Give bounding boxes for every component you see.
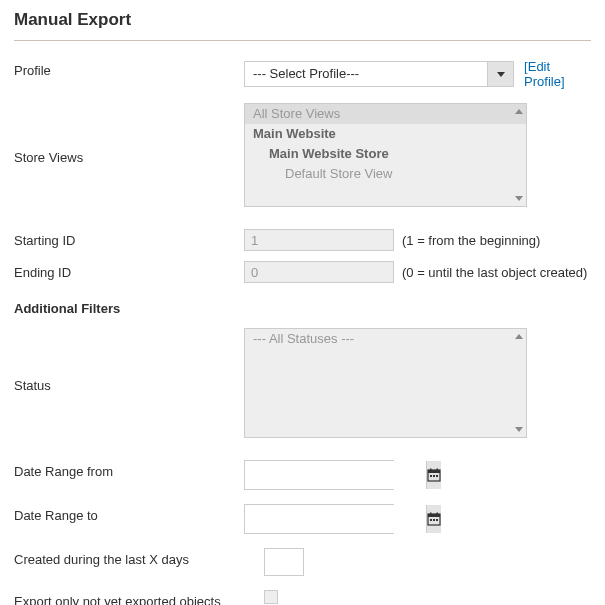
status-multiselect[interactable]: --- All Statuses --- xyxy=(244,328,527,438)
last-x-days-input[interactable] xyxy=(264,548,304,576)
ending-id-hint: (0 = until the last object created) xyxy=(402,265,587,280)
status-label: Status xyxy=(14,374,244,393)
scroll-up-icon[interactable] xyxy=(515,109,523,114)
divider xyxy=(14,40,591,41)
svg-rect-13 xyxy=(436,519,438,521)
svg-rect-1 xyxy=(428,470,440,473)
svg-rect-2 xyxy=(430,469,432,472)
not-exported-label: Export only not yet exported objects xyxy=(14,590,264,605)
starting-id-input[interactable] xyxy=(244,229,394,251)
profile-select[interactable]: --- Select Profile--- xyxy=(244,61,514,87)
svg-rect-10 xyxy=(437,513,439,516)
multiselect-option[interactable]: --- All Statuses --- xyxy=(245,329,526,349)
svg-rect-4 xyxy=(430,475,432,477)
starting-id-label: Starting ID xyxy=(14,229,244,248)
svg-rect-9 xyxy=(430,513,432,516)
chevron-down-icon xyxy=(497,72,505,77)
edit-profile-link[interactable]: [Edit Profile] xyxy=(524,59,591,89)
scroll-down-icon[interactable] xyxy=(515,427,523,432)
multiselect-option[interactable]: All Store Views xyxy=(245,104,526,124)
profile-select-button[interactable] xyxy=(488,61,514,87)
date-from-label: Date Range from xyxy=(14,460,244,479)
svg-rect-5 xyxy=(433,475,435,477)
multiselect-option[interactable]: Default Store View xyxy=(245,164,526,184)
svg-rect-8 xyxy=(428,514,440,517)
scroll-up-icon[interactable] xyxy=(515,334,523,339)
calendar-icon xyxy=(427,468,441,482)
store-views-label: Store Views xyxy=(14,146,244,165)
scroll-down-icon[interactable] xyxy=(515,196,523,201)
not-exported-checkbox[interactable] xyxy=(264,590,278,604)
date-to-label: Date Range to xyxy=(14,504,244,523)
svg-rect-12 xyxy=(433,519,435,521)
starting-id-hint: (1 = from the beginning) xyxy=(402,233,540,248)
additional-filters-title: Additional Filters xyxy=(14,301,591,316)
svg-rect-6 xyxy=(436,475,438,477)
profile-label: Profile xyxy=(14,59,244,78)
date-from-input[interactable] xyxy=(245,461,426,489)
ending-id-label: Ending ID xyxy=(14,261,244,280)
multiselect-option[interactable]: Main Website Store xyxy=(245,144,526,164)
store-views-multiselect[interactable]: All Store ViewsMain WebsiteMain Website … xyxy=(244,103,527,207)
svg-rect-3 xyxy=(437,469,439,472)
ending-id-input[interactable] xyxy=(244,261,394,283)
date-to-picker-button[interactable] xyxy=(426,505,441,533)
profile-select-value: --- Select Profile--- xyxy=(244,61,488,87)
page-title: Manual Export xyxy=(14,10,591,30)
date-to-input[interactable] xyxy=(245,505,426,533)
svg-rect-11 xyxy=(430,519,432,521)
last-x-days-label: Created during the last X days xyxy=(14,548,264,567)
calendar-icon xyxy=(427,512,441,526)
date-from-picker-button[interactable] xyxy=(426,461,441,489)
multiselect-option[interactable]: Main Website xyxy=(245,124,526,144)
